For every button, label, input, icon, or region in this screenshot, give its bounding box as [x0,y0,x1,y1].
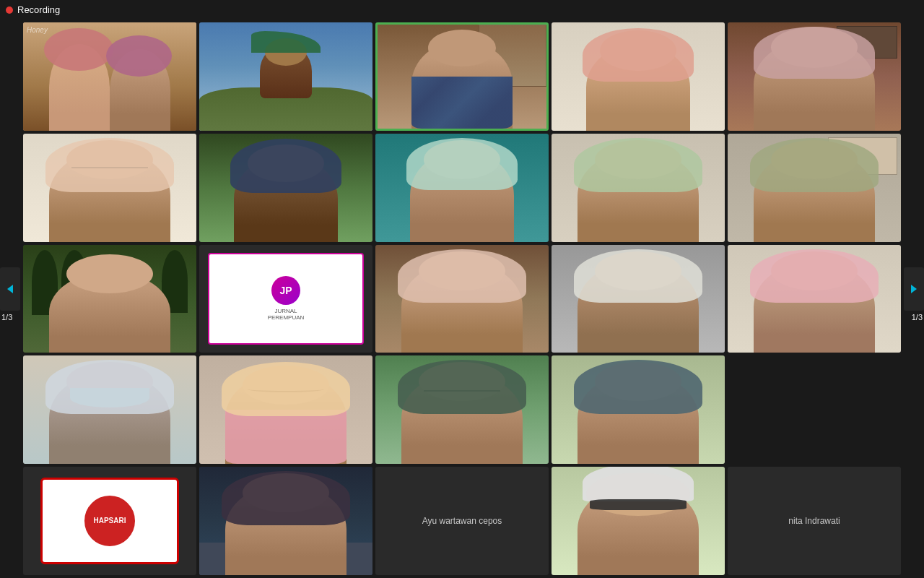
participant-cell-ayu[interactable]: Ayu wartawan cepos [375,467,549,575]
jp-logo-icon: JP [271,276,300,305]
recording-dot [6,7,13,14]
page-indicator-right: 1/3 [912,312,923,322]
participant-cell-7[interactable] [199,134,372,242]
participant-cell-23[interactable] [552,467,725,575]
participant-cell-5[interactable] [728,22,901,131]
participant-cell-empty-4-5 [728,355,901,464]
svg-marker-1 [911,285,917,293]
participant-cell-nita[interactable]: nita Indrawati [728,467,901,575]
participant-cell-hapsari[interactable]: HAPSARI [23,467,196,575]
participant-cell-15[interactable] [728,245,901,353]
participant-cell-6[interactable] [23,134,196,242]
jp-logo-text: JURNALPEREMPUAN [268,308,305,321]
participant-cell-19[interactable] [552,355,725,464]
jp-logo-container: JP JURNALPEREMPUAN [208,253,364,345]
participant-cell-8[interactable] [375,134,549,242]
recording-label: Recording [17,4,60,15]
hapsari-logo-text: HAPSARI [93,517,126,525]
participant-cell-14[interactable] [552,245,725,353]
participant-cell-18[interactable] [375,355,549,464]
name-display-ayu: Ayu wartawan cepos [375,467,549,575]
page-indicator-left: 1/3 [1,312,12,322]
video-grid: Honey [20,20,904,578]
svg-marker-0 [7,285,13,293]
participant-cell-2[interactable] [199,22,372,131]
participant-cell-21[interactable] [199,467,372,575]
recording-bar: Recording [0,0,924,20]
participant-cell-17[interactable] [199,355,372,464]
name-display-nita: nita Indrawati [728,467,901,575]
participant-cell-13[interactable] [375,245,549,353]
participant-cell-10[interactable] [728,134,901,242]
participant-name-ayu: Ayu wartawan cepos [419,513,505,529]
participant-cell-11[interactable] [23,245,196,353]
participant-name-nita: nita Indrawati [785,513,842,529]
participant-cell-12-jp-logo[interactable]: JP JURNALPEREMPUAN [199,245,372,353]
prev-page-button[interactable] [0,267,20,311]
participant-cell-16[interactable] [23,355,196,464]
hapsari-logo: HAPSARI [84,496,135,546]
next-page-button[interactable] [904,267,924,311]
participant-cell-1[interactable]: Honey [23,22,196,131]
participant-cell-4[interactable] [552,22,725,131]
hapsari-logo-container: HAPSARI [40,478,179,564]
participant-cell-3[interactable] [375,22,549,131]
participant-cell-9[interactable] [552,134,725,242]
